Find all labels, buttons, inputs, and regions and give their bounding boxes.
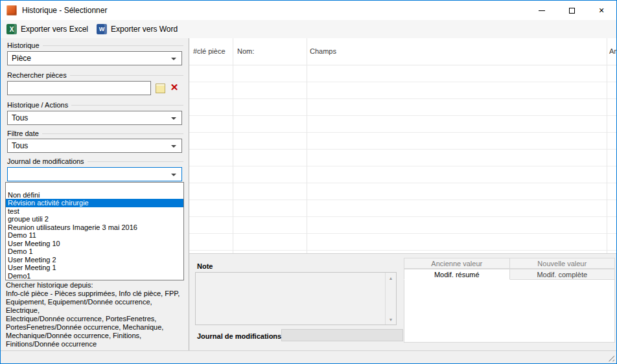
scope-line: Equipement, Equipement/Donnée occurrence…: [6, 298, 185, 315]
detail-panel: Note ▲ ▼ Journal de modifications Ancien…: [189, 253, 616, 350]
scope-line: Mechanique/Donnée occurrence, Finitions,: [6, 332, 185, 340]
actions-combobox[interactable]: Tous: [7, 111, 182, 125]
excel-icon: X: [6, 24, 17, 34]
scope-line: Electrique/Donnée occurrence, PortesFene…: [6, 315, 185, 323]
dropdown-option[interactable]: User Meeting 10: [6, 240, 183, 248]
table-grid: [189, 65, 616, 253]
chevron-down-icon: [171, 117, 176, 120]
dropdown-option[interactable]: Révision activité chirurgie: [6, 199, 183, 207]
word-icon: W: [97, 24, 107, 34]
resize-grip[interactable]: [606, 353, 614, 361]
dropdown-option[interactable]: groupe utili 2: [6, 215, 183, 223]
tab-modif-resume[interactable]: Modif. résumé: [404, 269, 510, 280]
dropdown-option[interactable]: [6, 183, 183, 191]
caption-buttons: ✕: [527, 1, 616, 20]
search-pieces-input[interactable]: [7, 81, 151, 95]
minimize-button[interactable]: [527, 1, 557, 20]
export-word-label: Exporter vers Word: [111, 25, 178, 34]
dropdown-option[interactable]: Non défini: [6, 191, 183, 199]
scope-line: Finitions/Donnée occurrence: [6, 340, 185, 348]
scope-line: Chercher historique depuis:: [6, 281, 185, 290]
app-icon: [6, 5, 17, 16]
export-word-button[interactable]: W Exporter vers Word: [93, 22, 183, 36]
note-label: Note: [197, 262, 213, 270]
filters-panel: Historique Pièce Rechercher pièces ✕ His…: [1, 38, 189, 350]
export-excel-button[interactable]: X Exporter vers Excel: [3, 22, 93, 36]
actions-combobox-value: Tous: [12, 113, 28, 122]
dropdown-option[interactable]: Demo1: [6, 272, 183, 280]
filtre-date-section-label-text: Filtre date: [7, 130, 39, 137]
value-header-ancienne[interactable]: Ancienne valeur: [404, 258, 510, 269]
actions-section-label-text: Historique / Actions: [7, 101, 68, 109]
historique-section-label: Historique: [7, 41, 183, 49]
historique-combobox[interactable]: Pièce: [7, 51, 182, 65]
clear-search-button[interactable]: ✕: [169, 81, 180, 94]
rechercher-section-label: Rechercher pièces: [7, 71, 183, 79]
journal-section-label: Journal de modifications: [7, 157, 183, 165]
journal-section-label-text: Journal de modifications: [7, 157, 84, 165]
rechercher-section-label-text: Rechercher pièces: [7, 71, 67, 79]
historique-section-label-text: Historique: [7, 41, 40, 49]
column-divider: [307, 38, 307, 253]
titlebar: Historique - Sélectionner ✕: [1, 1, 616, 20]
column-header-ancienne[interactable]: An: [609, 47, 616, 55]
actions-section-label: Historique / Actions: [7, 101, 183, 109]
dropdown-option[interactable]: Demo 11: [6, 231, 183, 240]
note-textarea[interactable]: ▲ ▼: [195, 272, 397, 325]
scroll-up-button[interactable]: ▲: [386, 273, 396, 283]
toolbar: X Exporter vers Excel W Exporter vers Wo…: [1, 20, 616, 38]
minimize-icon: [539, 10, 545, 11]
journal-dropdown-list: Non défini Révision activité chirurgie t…: [5, 182, 184, 280]
app-window: Historique - Sélectionner ✕ X Exporter v…: [0, 0, 617, 364]
close-button[interactable]: ✕: [587, 1, 616, 20]
scope-line: PortesFenetres/Donnée occurrence, Mechan…: [6, 323, 185, 332]
modif-tabs: Modif. résumé Modif. complète: [404, 269, 615, 280]
value-headers: Ancienne valeur Nouvelle valeur: [404, 258, 615, 269]
scope-line: Info-clé pièce - Pièces supprimées, Info…: [6, 290, 185, 298]
maximize-button[interactable]: [557, 1, 587, 20]
column-header-champs[interactable]: Champs: [310, 47, 336, 55]
table-header: #clé pièce Nom: Champs An: [189, 38, 616, 65]
column-divider: [607, 38, 607, 253]
clear-icon: ✕: [170, 82, 179, 93]
tab-modif-complete[interactable]: Modif. complète: [510, 269, 616, 280]
modif-content-panel: [404, 280, 615, 343]
dropdown-option[interactable]: test: [6, 207, 183, 216]
folder-icon: [156, 84, 165, 93]
scroll-down-icon: ▼: [389, 317, 393, 322]
dropdown-option[interactable]: Demo 1: [6, 247, 183, 256]
dropdown-option[interactable]: User Meeting 1: [6, 264, 183, 272]
filtre-date-combobox-value: Tous: [12, 141, 28, 150]
column-header-nom[interactable]: Nom:: [237, 47, 254, 55]
results-table: #clé pièce Nom: Champs An: [189, 38, 616, 253]
chevron-down-icon: [171, 174, 176, 176]
dropdown-option[interactable]: User Meeting 2: [6, 256, 183, 264]
results-area: #clé pièce Nom: Champs An Note ▲ ▼: [189, 38, 616, 350]
note-scrollbar[interactable]: ▲ ▼: [385, 273, 396, 324]
chevron-down-icon: [171, 58, 176, 60]
filtre-date-combobox[interactable]: Tous: [7, 139, 182, 153]
journal-combobox[interactable]: [7, 167, 182, 181]
dropdown-option[interactable]: Reunion utilisateurs Imagerie 3 mai 2016: [6, 223, 183, 232]
close-icon: ✕: [598, 6, 604, 15]
scroll-up-icon: ▲: [389, 276, 393, 280]
journal-modifications-label: Journal de modifications: [197, 332, 281, 340]
search-scope-text: Chercher historique depuis: Info-clé piè…: [6, 281, 185, 348]
chevron-down-icon: [171, 145, 176, 148]
window-title: Historique - Sélectionner: [22, 6, 107, 15]
filtre-date-section-label: Filtre date: [7, 130, 183, 137]
browse-pieces-button[interactable]: [155, 83, 166, 94]
journal-modifications-field[interactable]: [281, 329, 403, 341]
maximize-icon: [569, 8, 575, 14]
historique-combobox-value: Pièce: [12, 54, 31, 63]
column-divider: [233, 38, 233, 253]
scroll-down-button[interactable]: ▼: [386, 314, 396, 324]
value-header-nouvelle[interactable]: Nouvelle valeur: [510, 258, 616, 269]
statusbar: [1, 350, 616, 363]
export-excel-label: Exporter vers Excel: [21, 25, 88, 34]
column-header-cle-piece[interactable]: #clé pièce: [193, 47, 226, 55]
